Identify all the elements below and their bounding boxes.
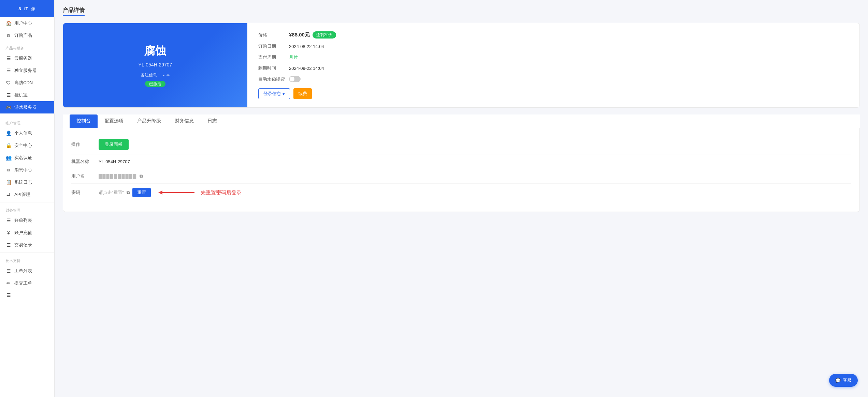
product-note: 备注信息： - ✏ <box>141 72 170 78</box>
page-title: 产品详情 <box>63 7 85 16</box>
machine-name-row: 机器名称 YL-054H-29707 <box>71 154 851 169</box>
sidebar-item-trade-record[interactable]: ☰ 交易记录 <box>0 239 54 251</box>
price-row: 价格 ¥88.00元 还剩29天 <box>258 31 849 39</box>
product-name: 腐蚀 <box>144 44 166 59</box>
reset-button[interactable]: 重置 <box>132 188 151 197</box>
monitor-icon: 🖥 <box>5 33 12 38</box>
tab-control[interactable]: 控制台 <box>70 114 98 128</box>
server-icon: ☰ <box>5 56 12 61</box>
tab-upgrade[interactable]: 产品升降级 <box>130 114 168 128</box>
trade-icon: ☰ <box>5 242 12 248</box>
sidebar-item-label: API管理 <box>14 192 30 198</box>
op-row: 操作 登录面板 <box>71 135 851 154</box>
edit-icon[interactable]: ✏ <box>167 73 170 78</box>
sidebar-logo: 8 iT @ <box>0 0 54 17</box>
tab-config[interactable]: 配置选项 <box>98 114 130 128</box>
sidebar-item-label: 高防CDN <box>14 80 33 86</box>
op-label: 操作 <box>71 141 99 148</box>
api-icon: ⇄ <box>5 192 12 197</box>
sidebar-item-high-cdn[interactable]: 🛡 高防CDN <box>0 77 54 89</box>
password-copy-icon[interactable]: ⧉ <box>127 190 130 195</box>
sidebar-item-label: 账户充值 <box>14 230 32 236</box>
sidebar-item-label: 安全中心 <box>14 142 32 149</box>
dedicated-icon: ☰ <box>5 68 12 73</box>
order-date-value: 2024-08-22 14:04 <box>289 44 324 49</box>
dashboard-button[interactable]: 登录面板 <box>99 139 129 150</box>
expire-value: 2024-09-22 14:04 <box>289 66 324 71</box>
pay-cycle-label: 支付周期 <box>258 54 289 60</box>
password-row: 密码 请点击"重置" ⧉ 重置 先重置密码后登录 <box>71 184 851 201</box>
sidebar-item-more[interactable]: ☰ <box>0 289 54 301</box>
sidebar-item-real-name[interactable]: 👥 实名认证 <box>0 152 54 164</box>
auto-renew-label: 自动余额续费 <box>258 76 289 82</box>
sidebar: 8 iT @ 🏠 用户中心 🖥 订购产品 产品与服务 ☰ 云服务器 ☰ 独立服务… <box>0 0 55 397</box>
section-label-support: 技术支持 <box>0 254 54 265</box>
sidebar-item-order-product[interactable]: 🖥 订购产品 <box>0 29 54 42</box>
sidebar-item-bill-list[interactable]: ☰ 账单列表 <box>0 214 54 227</box>
password-label: 密码 <box>71 189 99 196</box>
mail-icon: ✉ <box>5 167 12 173</box>
expire-row: 到期时间 2024-09-22 14:04 <box>258 65 849 71</box>
sidebar-item-label: 游戏服务器 <box>14 104 37 110</box>
sidebar-item-label: 交易记录 <box>14 242 32 248</box>
section-label-account: 账户管理 <box>0 117 54 127</box>
product-info: 价格 ¥88.00元 还剩29天 订购日期 2024-08-22 14:04 支… <box>247 23 859 107</box>
username-masked: ██████████ <box>99 174 137 179</box>
sidebar-item-personal-info[interactable]: 👤 个人信息 <box>0 127 54 139</box>
sidebar-item-label: 用户中心 <box>14 20 32 26</box>
product-card-row: 腐蚀 YL-054H-29707 备注信息： - ✏ 已激活 价格 ¥88.00… <box>63 23 860 108</box>
tab-finance[interactable]: 财务信息 <box>168 114 201 128</box>
action-buttons: 登录信息 ▾ 续费 <box>258 88 849 99</box>
lock-icon: 🔒 <box>5 143 12 148</box>
username-copy-icon[interactable]: ⧉ <box>140 173 143 179</box>
auto-renew-row: 自动余额续费 <box>258 76 849 82</box>
tab-log[interactable]: 日志 <box>201 114 224 128</box>
hangbao-icon: ☰ <box>5 92 12 98</box>
sidebar-item-user-center[interactable]: 🏠 用户中心 <box>0 17 54 29</box>
op-value: 登录面板 <box>99 139 129 150</box>
sidebar-item-cloud-server[interactable]: ☰ 云服务器 <box>0 52 54 64</box>
home-icon: 🏠 <box>5 20 12 26</box>
cs-icon: 💬 <box>835 378 841 383</box>
username-row: 用户名 ██████████ ⧉ <box>71 169 851 184</box>
pay-cycle-value: 月付 <box>289 54 298 60</box>
username-label: 用户名 <box>71 173 99 179</box>
username-value: ██████████ ⧉ <box>99 173 143 179</box>
machine-name-label: 机器名称 <box>71 158 99 165</box>
sidebar-item-message-center[interactable]: ✉ 消息中心 <box>0 164 54 176</box>
arrow-svg <box>157 189 198 196</box>
renew-button[interactable]: 续费 <box>293 88 312 99</box>
sidebar-item-hangbao[interactable]: ☰ 挂机宝 <box>0 89 54 101</box>
customer-service-button[interactable]: 💬 客服 <box>829 374 858 387</box>
sidebar-item-dedicated-server[interactable]: ☰ 独立服务器 <box>0 64 54 77</box>
auto-renew-toggle[interactable] <box>289 76 301 82</box>
status-badge: 已激活 <box>145 81 165 87</box>
bill-icon: ☰ <box>5 218 12 223</box>
note-label: 备注信息： <box>141 72 161 78</box>
order-date-row: 订购日期 2024-08-22 14:04 <box>258 43 849 49</box>
password-value: 请点击"重置" ⧉ 重置 先重置密码后登录 <box>99 188 242 197</box>
yuan-icon: ¥ <box>5 230 12 235</box>
sidebar-item-system-log[interactable]: 📋 系统日志 <box>0 176 54 188</box>
sidebar-item-security-center[interactable]: 🔒 安全中心 <box>0 139 54 152</box>
price-label: 价格 <box>258 32 289 38</box>
control-panel: 操作 登录面板 机器名称 YL-054H-29707 用户名 █████████… <box>63 128 860 212</box>
user-icon: 👤 <box>5 131 12 136</box>
sidebar-item-game-server[interactable]: 🎮 游戏服务器 <box>0 101 54 113</box>
note-value: - <box>163 73 164 78</box>
days-badge: 还剩29天 <box>313 31 336 39</box>
more-icon: ☰ <box>5 292 12 298</box>
machine-name-text: YL-054H-29707 <box>99 159 130 164</box>
section-label-finance: 财务管理 <box>0 204 54 214</box>
sidebar-item-label: 系统日志 <box>14 179 32 185</box>
main-content: 产品详情 腐蚀 YL-054H-29707 备注信息： - ✏ 已激活 价格 ¥… <box>55 0 868 397</box>
sidebar-item-label: 订购产品 <box>14 32 32 39</box>
sidebar-item-recharge[interactable]: ¥ 账户充值 <box>0 227 54 239</box>
sidebar-item-submit-order[interactable]: ✏ 提交工单 <box>0 277 54 289</box>
sidebar-item-label: 账单列表 <box>14 217 32 224</box>
section-label-products: 产品与服务 <box>0 42 54 52</box>
login-info-button[interactable]: 登录信息 ▾ <box>258 88 290 99</box>
sidebar-item-work-order-list[interactable]: ☰ 工单列表 <box>0 265 54 277</box>
sidebar-item-api-manage[interactable]: ⇄ API管理 <box>0 188 54 201</box>
pencil-icon: ✏ <box>5 280 12 286</box>
